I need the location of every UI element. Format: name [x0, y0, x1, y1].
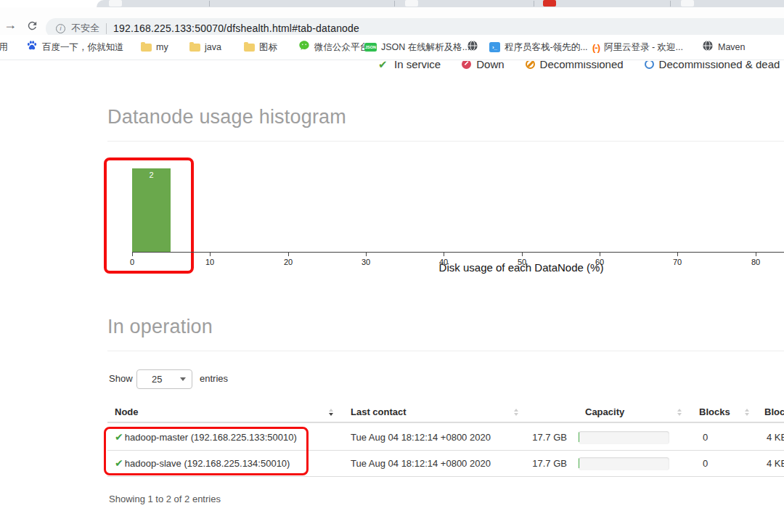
- table-header-border: [107, 422, 784, 423]
- tab-separator: [394, 1, 395, 7]
- x-tick: [677, 252, 678, 256]
- url-divider: [106, 23, 107, 34]
- x-tick-label: 10: [199, 258, 221, 266]
- x-tick: [366, 252, 367, 256]
- section-divider: [107, 351, 784, 351]
- x-axis-title: Disk usage of each DataNode (%): [351, 261, 692, 274]
- page-size-value: 25: [137, 374, 180, 385]
- x-tick: [210, 252, 211, 256]
- histogram-section-title: Datanode usage histogram: [107, 106, 346, 128]
- globe-icon: [467, 40, 478, 54]
- col-header-blocks[interactable]: Blocks: [699, 406, 730, 417]
- bookmark-apps[interactable]: 应用: [0, 35, 8, 60]
- entries-label: entries: [200, 373, 228, 384]
- col-header-block-pool[interactable]: Block pool used: [764, 406, 784, 417]
- in-operation-title: In operation: [107, 316, 213, 338]
- aliyun-icon: [592, 42, 600, 53]
- bookmark-globe[interactable]: [467, 35, 478, 60]
- capacity-progress-fill: [579, 457, 579, 468]
- x-tick-label: 80: [745, 258, 767, 266]
- screenshot-root: 不安全 192.168.225.133:50070/dfshealth.html…: [0, 0, 784, 532]
- legend-down: Down: [462, 61, 504, 70]
- tab-favicon[interactable]: [405, 0, 418, 7]
- capacity-cell: 17.7 GB: [527, 425, 567, 450]
- tab-separator: [670, 1, 671, 7]
- x-tick: [600, 252, 600, 256]
- show-label: Show: [109, 373, 133, 384]
- blocks-cell: 0: [703, 451, 708, 476]
- block-pool-used-cell: 4 KB: [767, 451, 784, 476]
- bookmark-maven[interactable]: Maven: [702, 35, 746, 60]
- x-tick: [756, 252, 756, 256]
- bookmark-folder-icons[interactable]: 图标: [244, 35, 277, 60]
- folder-icon: [244, 44, 255, 52]
- check-icon: [378, 61, 389, 69]
- x-tick: [522, 252, 523, 256]
- wechat-icon: [298, 40, 310, 54]
- tab-separator: [534, 1, 534, 7]
- bookmark-folder-java[interactable]: java: [189, 35, 221, 60]
- tab-separator: [209, 1, 210, 7]
- folder-icon: [141, 44, 152, 52]
- capacity-progress-fill: [579, 431, 579, 442]
- x-tick-label: 20: [277, 258, 299, 266]
- page-info-icon[interactable]: [56, 24, 65, 33]
- security-label: 不安全: [71, 22, 99, 35]
- x-axis: [132, 252, 784, 253]
- sort-icon-node[interactable]: [329, 409, 333, 416]
- sort-icon-blocks[interactable]: [745, 409, 749, 416]
- datanode-state-legend: In service Down Decommissioned Decommiss…: [378, 61, 780, 72]
- folder-icon: [189, 44, 200, 52]
- bookmark-folder-my[interactable]: my: [141, 35, 168, 60]
- circle-icon: [645, 61, 654, 69]
- tab-favicon-red[interactable]: [543, 0, 556, 7]
- bookmark-proginn[interactable]: 程序员客栈-领先的...: [489, 35, 588, 60]
- last-contact-cell: Tue Aug 04 18:12:14 +0800 2020: [351, 451, 491, 476]
- ban-icon: [526, 61, 535, 69]
- down-icon: [462, 61, 471, 69]
- col-header-node[interactable]: Node: [115, 406, 139, 417]
- page-size-select[interactable]: 25: [136, 369, 192, 389]
- tab-favicon[interactable]: [681, 0, 694, 7]
- blocks-cell: 0: [703, 425, 708, 450]
- sort-icon-last-contact[interactable]: [514, 409, 518, 416]
- annotation-box-histogram: [104, 157, 194, 274]
- browser-tab-strip: [0, 0, 784, 7]
- globe-icon: [702, 40, 714, 54]
- block-pool-used-cell: 4 KB: [767, 425, 784, 450]
- bookmarks-bar: 应用 百度一下，你就知道 my java 图标 微信公众平台 JSON 在线解析…: [0, 35, 784, 60]
- bookmark-baidu[interactable]: 百度一下，你就知道: [26, 35, 124, 60]
- capacity-cell: 17.7 GB: [527, 451, 567, 476]
- page-content: In service Down Decommissioned Decommiss…: [0, 61, 784, 532]
- sort-icon-capacity[interactable]: [677, 409, 682, 416]
- tab-band: [97, 0, 784, 7]
- x-tick-label: 0: [121, 258, 143, 266]
- chevron-down-icon: [180, 377, 186, 384]
- browser-toolbar: 不安全 192.168.225.133:50070/dfshealth.html…: [0, 7, 784, 35]
- capacity-progress-bar: [579, 431, 669, 444]
- bookmark-json[interactable]: JSON 在线解析及格...: [364, 35, 470, 60]
- tab-favicon[interactable]: [109, 0, 122, 7]
- section-divider: [107, 141, 784, 142]
- bookmark-wechat[interactable]: 微信公众平台: [298, 35, 369, 60]
- x-tick: [288, 252, 289, 256]
- table-summary: Showing 1 to 2 of 2 entries: [109, 494, 221, 504]
- last-contact-cell: Tue Aug 04 18:12:14 +0800 2020: [351, 425, 491, 450]
- terminal-icon: [489, 42, 500, 52]
- url-text[interactable]: 192.168.225.133:50070/dfshealth.html#tab…: [113, 22, 359, 34]
- legend-decommissioned-dead: Decommissioned & dead: [645, 61, 780, 70]
- legend-in-service: In service: [378, 61, 441, 70]
- capacity-progress-bar: [579, 457, 669, 470]
- x-tick: [132, 252, 133, 256]
- x-tick: [444, 252, 444, 256]
- forward-icon[interactable]: [4, 18, 17, 31]
- baidu-icon: [26, 40, 38, 54]
- col-header-last-contact[interactable]: Last contact: [351, 406, 407, 417]
- bookmark-aliyun[interactable]: 阿里云登录 - 欢迎...: [592, 35, 683, 60]
- legend-decommissioned: Decommissioned: [526, 61, 624, 70]
- col-header-capacity[interactable]: Capacity: [585, 406, 624, 417]
- json-icon: [364, 43, 377, 52]
- refresh-icon[interactable]: [26, 20, 38, 35]
- annotation-box-nodes: [104, 427, 309, 475]
